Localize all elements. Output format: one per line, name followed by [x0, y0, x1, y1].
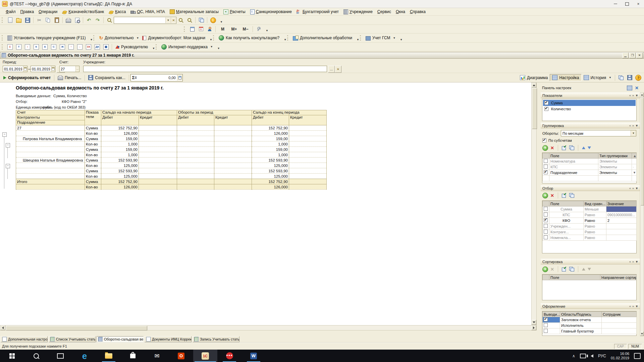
scroll-up-button[interactable] [532, 83, 536, 88]
set-institution-button[interactable]: Установить текущее учреждение (F11) [6, 35, 87, 41]
search-clear-button[interactable]: ✕ [171, 17, 176, 23]
collapse-left-icon[interactable]: « [629, 187, 631, 190]
account-analysis-report-button[interactable]: Т [14, 43, 23, 50]
print-button[interactable] [64, 17, 73, 24]
move-up-icon[interactable] [582, 268, 585, 270]
table-row[interactable]: Кол-во1,0001,000 [16, 141, 327, 147]
design-row[interactable]: Исполнитель [543, 323, 637, 328]
menu-institution[interactable]: Учреждение [341, 9, 375, 15]
window-tab[interactable]: Запись Учитывать статьи ... [193, 336, 239, 342]
grid-scroll-down-icon[interactable]: ▼ [632, 170, 637, 176]
turnover-select[interactable]: По месяцам ▼ [561, 130, 636, 136]
toolbar-grip[interactable] [2, 17, 4, 23]
collapse-icon[interactable]: ▼ [635, 94, 638, 97]
menu-treasury-bank[interactable]: Казначейство/Банк [60, 9, 106, 15]
explorer-taskbar-button[interactable] [97, 350, 121, 362]
toolbar-overflow-icon[interactable]: ▼ [217, 47, 220, 50]
mdi-minimize-button[interactable]: ▁ [622, 53, 629, 58]
subconto-card-report-button[interactable]: С [49, 43, 58, 50]
by-subaccounts-checkbox[interactable] [542, 138, 546, 142]
report-vscrollbar[interactable] [531, 82, 537, 325]
turnover-balance-report-button[interactable]: Σ [6, 43, 14, 50]
check-all-icon[interactable] [562, 267, 567, 272]
mdi-close-button[interactable]: ✕ [636, 53, 643, 58]
menu-sanctioning[interactable]: Санкционирование [248, 9, 294, 15]
design-row[interactable]: Заголовок отчета [543, 317, 637, 323]
word-taskbar-button[interactable]: W [241, 350, 266, 362]
row-checkbox[interactable] [544, 317, 548, 321]
filter-row[interactable]: Номенкла... Равно [543, 235, 637, 241]
quantity-checkbox[interactable] [544, 107, 548, 111]
toolbar-grip[interactable] [2, 44, 4, 50]
reference-calculation-report-button[interactable]: ↑ [67, 43, 75, 50]
toolbar-overflow-icon[interactable]: ▼ [357, 38, 359, 41]
menu-accounting[interactable]: ДтКтБухгалтерский учет [294, 9, 341, 15]
minimize-button[interactable] [610, 0, 621, 8]
table-row[interactable]: Кол-во125,000125,000 [16, 163, 327, 168]
1c-taskbar-button[interactable]: 1С [193, 350, 217, 362]
clock[interactable]: 16:06 01.02.2019 [611, 352, 629, 360]
delete-icon[interactable]: ✕ [550, 267, 554, 272]
account-turnover-report-button[interactable]: ↕ [23, 43, 32, 50]
task-view-button[interactable] [48, 350, 72, 362]
period-to-input[interactable] [31, 67, 51, 71]
memory-recall-button[interactable]: М [217, 25, 228, 33]
memory-add-button[interactable]: М+ [228, 25, 240, 33]
tree-collapse-button[interactable]: − [6, 164, 10, 168]
row-checkbox[interactable] [544, 230, 548, 234]
vscroll-thumb[interactable] [641, 98, 644, 205]
period-to-calendar-button[interactable] [51, 66, 55, 72]
uncheck-all-icon[interactable] [569, 267, 574, 272]
grouping-row[interactable]: Номенклатура Элементы [543, 159, 637, 164]
main-book-report-button[interactable]: ДК [93, 43, 102, 50]
account-input[interactable] [60, 67, 75, 71]
service-info-button[interactable] [209, 17, 217, 24]
menu-fixed-assets[interactable]: ОС, НМА, НПА [128, 9, 167, 15]
by-subaccounts-row[interactable]: По субсчетам [542, 138, 572, 142]
close-button[interactable]: × [633, 0, 644, 8]
collapse-right-icon[interactable]: » [632, 305, 634, 308]
add-icon[interactable]: + [542, 145, 548, 151]
row-checkbox[interactable] [544, 170, 548, 174]
tree-collapse-button[interactable]: − [6, 143, 10, 147]
row-checkbox[interactable] [544, 235, 548, 239]
fuel-accounting-button[interactable]: Учет ГСМ▼ [364, 35, 397, 41]
settings-button[interactable]: Настройка [550, 74, 581, 81]
collapse-icon[interactable]: ▼ [635, 305, 638, 308]
toolbar-grip[interactable] [93, 35, 96, 41]
search-dropdown-button[interactable]: ▼ [165, 17, 171, 23]
load-settings-button[interactable] [616, 74, 625, 81]
uncheck-all-icon[interactable] [569, 145, 574, 150]
row-checkbox[interactable] [544, 329, 548, 333]
row-checkbox[interactable] [544, 224, 548, 228]
menu-operations[interactable]: Операции [36, 9, 60, 15]
check-all-icon[interactable] [562, 145, 567, 150]
paste-button[interactable] [52, 17, 61, 24]
row-checkbox[interactable] [544, 159, 548, 163]
period-from-calendar-button[interactable] [23, 66, 27, 72]
turnover-balance-table[interactable]: Счет Показатели Сальдо на начало периода… [16, 110, 327, 190]
scroll-right-button[interactable] [531, 325, 536, 330]
panel-settings-icon[interactable] [627, 85, 632, 90]
collapse-icon[interactable]: ▼ [635, 187, 638, 190]
row-checkbox[interactable] [544, 323, 548, 327]
open-button[interactable] [14, 17, 23, 24]
extra-processing-button[interactable]: Дополнительные обработки [291, 35, 354, 41]
table-row[interactable]: Патрова Наталья ВладимировнаСумма159,001… [16, 136, 327, 141]
chess-report-button[interactable]: ▦ [102, 43, 110, 50]
display-icon[interactable] [580, 354, 586, 358]
toolbar-grip[interactable] [184, 26, 186, 32]
taskbar-search-button[interactable] [24, 350, 48, 362]
tree-collapse-button[interactable]: − [2, 132, 7, 137]
copy-button[interactable] [44, 17, 52, 24]
settings-wrench-button[interactable] [254, 25, 263, 33]
collapse-right-icon[interactable]: » [632, 124, 634, 127]
grouping-row[interactable]: КПС Элементы ◦ [543, 164, 637, 170]
window-tab[interactable]: Дополнительная настройк... [1, 336, 48, 342]
notification-center-icon[interactable] [634, 353, 641, 359]
report-hscrollbar[interactable] [0, 325, 537, 330]
filter-row[interactable]: КПС Равно 090100000000... [543, 212, 637, 218]
docflow-tasks-button[interactable]: Документооборот: Мои задачи [141, 35, 207, 41]
save-as-button[interactable]: Сохранить как... [86, 74, 127, 81]
toolbar-overflow-icon[interactable]: ▼ [284, 38, 286, 41]
